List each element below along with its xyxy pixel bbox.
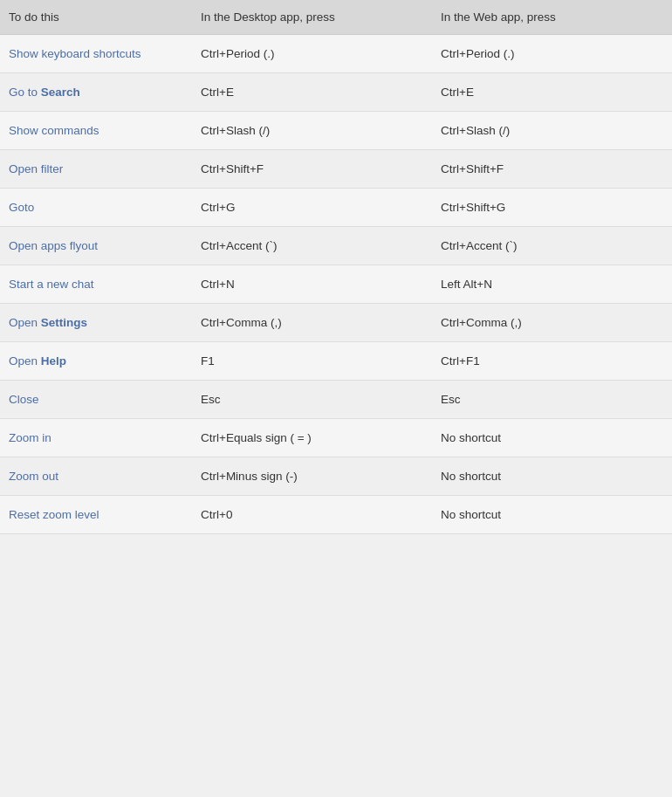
web-shortcut-cell: Esc (432, 381, 672, 419)
action-cell: Open apps flyout (0, 227, 192, 265)
action-cell: Open Help (0, 342, 192, 381)
action-cell: Zoom out (0, 457, 192, 496)
action-cell: Show keyboard shortcuts (0, 35, 192, 73)
desktop-shortcut-cell: Ctrl+N (192, 265, 432, 304)
desktop-shortcut-cell: Ctrl+Minus sign (-) (192, 457, 432, 496)
action-cell: Goto (0, 189, 192, 227)
table-row: CloseEscEsc (0, 381, 672, 419)
action-cell: Show commands (0, 112, 192, 150)
web-shortcut-cell: Left Alt+N (432, 265, 672, 304)
table-row: Open filterCtrl+Shift+FCtrl+Shift+F (0, 150, 672, 189)
web-shortcut-cell: Ctrl+E (432, 73, 672, 112)
table-row: Open SettingsCtrl+Comma (,)Ctrl+Comma (,… (0, 304, 672, 342)
desktop-shortcut-cell: Ctrl+G (192, 189, 432, 227)
web-shortcut-cell: Ctrl+Shift+G (432, 189, 672, 227)
table-row: Go to SearchCtrl+ECtrl+E (0, 73, 672, 112)
desktop-shortcut-cell: Ctrl+Period (.) (192, 35, 432, 73)
table-row: Zoom outCtrl+Minus sign (-)No shortcut (0, 457, 672, 496)
table-row: Show keyboard shortcutsCtrl+Period (.)Ct… (0, 35, 672, 73)
web-shortcut-cell: Ctrl+Accent (`) (432, 227, 672, 265)
desktop-shortcut-cell: Ctrl+Accent (`) (192, 227, 432, 265)
table-row: Show commandsCtrl+Slash (/)Ctrl+Slash (/… (0, 112, 672, 150)
header-desktop: In the Desktop app, press (192, 0, 432, 35)
action-cell: Zoom in (0, 419, 192, 457)
desktop-shortcut-cell: Esc (192, 381, 432, 419)
web-shortcut-cell: Ctrl+Comma (,) (432, 304, 672, 342)
desktop-shortcut-cell: F1 (192, 342, 432, 381)
table-row: Reset zoom levelCtrl+0No shortcut (0, 496, 672, 534)
action-cell: Reset zoom level (0, 496, 192, 534)
desktop-shortcut-cell: Ctrl+Slash (/) (192, 112, 432, 150)
web-shortcut-cell: No shortcut (432, 457, 672, 496)
table-row: GotoCtrl+GCtrl+Shift+G (0, 189, 672, 227)
table-row: Open HelpF1Ctrl+F1 (0, 342, 672, 381)
web-shortcut-cell: No shortcut (432, 496, 672, 534)
header-web: In the Web app, press (432, 0, 672, 35)
web-shortcut-cell: Ctrl+Shift+F (432, 150, 672, 189)
desktop-shortcut-cell: Ctrl+Shift+F (192, 150, 432, 189)
action-cell: Close (0, 381, 192, 419)
web-shortcut-cell: Ctrl+Period (.) (432, 35, 672, 73)
desktop-shortcut-cell: Ctrl+0 (192, 496, 432, 534)
web-shortcut-cell: Ctrl+Slash (/) (432, 112, 672, 150)
desktop-shortcut-cell: Ctrl+Equals sign ( = ) (192, 419, 432, 457)
web-shortcut-cell: No shortcut (432, 419, 672, 457)
desktop-shortcut-cell: Ctrl+Comma (,) (192, 304, 432, 342)
shortcuts-table: To do this In the Desktop app, press In … (0, 0, 672, 534)
action-cell: Start a new chat (0, 265, 192, 304)
table-row: Zoom inCtrl+Equals sign ( = )No shortcut (0, 419, 672, 457)
web-shortcut-cell: Ctrl+F1 (432, 342, 672, 381)
desktop-shortcut-cell: Ctrl+E (192, 73, 432, 112)
table-row: Open apps flyoutCtrl+Accent (`)Ctrl+Acce… (0, 227, 672, 265)
table-row: Start a new chatCtrl+NLeft Alt+N (0, 265, 672, 304)
action-cell: Go to Search (0, 73, 192, 112)
table-header-row: To do this In the Desktop app, press In … (0, 0, 672, 35)
action-cell: Open Settings (0, 304, 192, 342)
action-cell: Open filter (0, 150, 192, 189)
header-action: To do this (0, 0, 192, 35)
